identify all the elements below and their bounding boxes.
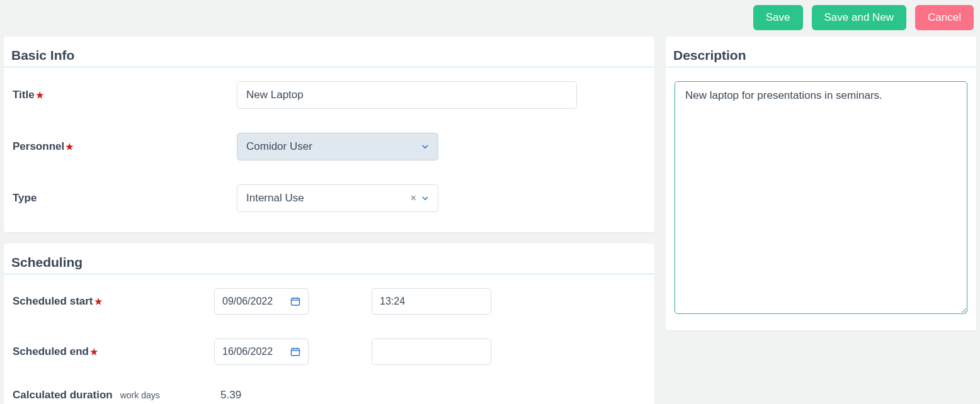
save-button[interactable]: Save bbox=[753, 5, 803, 30]
basic-info-header: Basic Info bbox=[4, 36, 654, 67]
calculated-duration-value: 5.39 bbox=[214, 389, 241, 401]
calculated-duration-unit: work days bbox=[120, 390, 160, 400]
scheduled-end-date-input[interactable]: 16/06/2022 bbox=[214, 339, 309, 365]
scheduled-end-time-input[interactable] bbox=[372, 339, 491, 365]
title-label-text: Title bbox=[13, 89, 35, 101]
scheduled-start-label: Scheduled start ★ bbox=[13, 295, 214, 308]
required-star-icon: ★ bbox=[90, 349, 98, 354]
scheduling-panel: Scheduling Scheduled start ★ 09/06/2022 bbox=[4, 244, 654, 404]
type-row: Type Internal Use × bbox=[13, 184, 646, 212]
description-panel: Description bbox=[666, 36, 976, 330]
required-star-icon: ★ bbox=[36, 93, 44, 98]
calendar-icon bbox=[290, 347, 300, 357]
svg-rect-0 bbox=[292, 298, 300, 305]
clear-icon[interactable]: × bbox=[411, 193, 416, 204]
personnel-row: Personnel ★ Comidor User bbox=[13, 133, 646, 160]
scheduling-header: Scheduling bbox=[4, 244, 654, 274]
scheduled-start-row: Scheduled start ★ 09/06/2022 bbox=[13, 288, 646, 315]
title-input[interactable] bbox=[237, 81, 577, 109]
scheduled-start-date-input[interactable]: 09/06/2022 bbox=[214, 288, 309, 315]
chevron-down-icon bbox=[421, 143, 429, 150]
type-value: Internal Use bbox=[246, 192, 411, 205]
svg-rect-4 bbox=[292, 349, 300, 356]
required-star-icon: ★ bbox=[94, 299, 103, 304]
type-select[interactable]: Internal Use × bbox=[237, 184, 438, 212]
chevron-down-icon bbox=[421, 194, 429, 202]
type-label: Type bbox=[13, 192, 237, 205]
top-action-bar: Save Save and New Cancel bbox=[0, 0, 980, 36]
description-header: Description bbox=[666, 36, 976, 67]
basic-info-panel: Basic Info Title ★ Personnel ★ bbox=[4, 36, 654, 232]
calculated-duration-label-text: Calculated duration bbox=[13, 389, 113, 401]
calculated-duration-label: Calculated duration work days bbox=[13, 389, 214, 401]
required-star-icon: ★ bbox=[66, 144, 74, 149]
scheduled-start-label-text: Scheduled start bbox=[13, 295, 93, 308]
scheduled-start-time-input[interactable] bbox=[372, 288, 491, 315]
personnel-select[interactable]: Comidor User bbox=[237, 133, 438, 160]
calendar-icon bbox=[290, 296, 300, 306]
calculated-duration-row: Calculated duration work days 5.39 bbox=[13, 389, 646, 401]
title-label: Title ★ bbox=[13, 89, 237, 101]
scheduled-start-date-value: 09/06/2022 bbox=[222, 296, 273, 307]
scheduled-end-label-text: Scheduled end bbox=[13, 345, 89, 358]
cancel-button[interactable]: Cancel bbox=[915, 5, 974, 30]
scheduled-end-label: Scheduled end ★ bbox=[13, 345, 214, 358]
personnel-label: Personnel ★ bbox=[13, 140, 237, 153]
personnel-label-text: Personnel bbox=[13, 140, 64, 153]
scheduled-end-row: Scheduled end ★ 16/06/2022 bbox=[13, 339, 646, 365]
title-row: Title ★ bbox=[13, 81, 646, 109]
type-label-text: Type bbox=[13, 192, 37, 205]
description-textarea[interactable] bbox=[675, 81, 967, 314]
save-and-new-button[interactable]: Save and New bbox=[812, 5, 907, 30]
scheduled-end-date-value: 16/06/2022 bbox=[222, 346, 273, 357]
personnel-value: Comidor User bbox=[246, 140, 312, 153]
